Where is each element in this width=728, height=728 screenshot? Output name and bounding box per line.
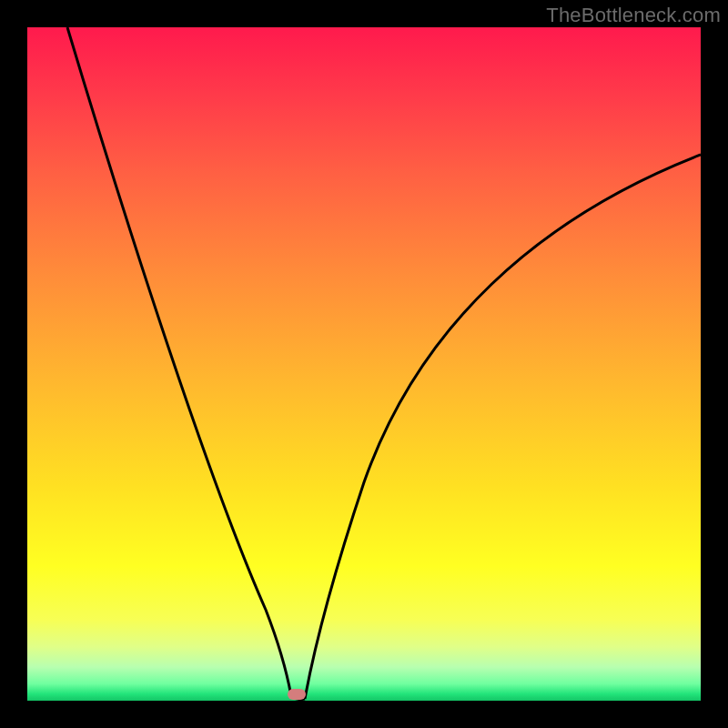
- bottleneck-curve: [27, 27, 701, 701]
- optimal-marker: [288, 689, 306, 700]
- curve-left-branch: [67, 27, 291, 696]
- watermark-text: TheBottleneck.com: [546, 4, 721, 27]
- chart-frame: TheBottleneck.com: [0, 0, 728, 728]
- plot-area: [27, 27, 701, 701]
- curve-right-branch: [305, 155, 701, 699]
